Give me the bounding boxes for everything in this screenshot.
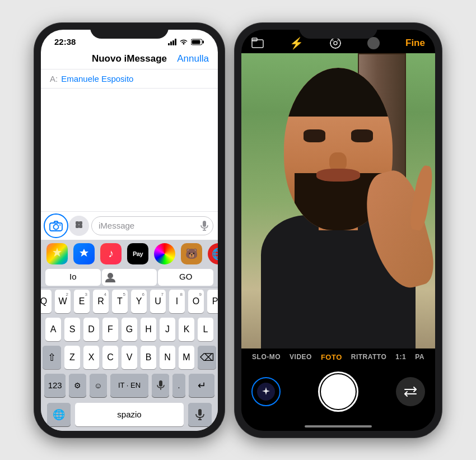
appstore-icon[interactable]	[73, 243, 95, 264]
signal-icon	[168, 39, 176, 45]
key-n[interactable]: N	[160, 346, 175, 369]
live-icon[interactable]	[329, 37, 342, 49]
suggestion-go[interactable]: GO	[158, 269, 213, 286]
shutter-button[interactable]	[318, 371, 358, 412]
svg-line-24	[333, 40, 333, 41]
numbers-key[interactable]: 123	[44, 374, 66, 397]
key-b[interactable]: B	[141, 346, 156, 369]
suggestion-row: Io GO	[41, 268, 218, 287]
effects-button[interactable]	[251, 377, 281, 406]
imessage-header: Nuovo iMessage Annulla	[41, 50, 218, 69]
key-c[interactable]: C	[102, 346, 118, 369]
key-a[interactable]: A	[45, 318, 61, 341]
mode-video[interactable]: VIDEO	[290, 353, 312, 361]
key-y[interactable]: Y6	[131, 290, 147, 313]
key-r[interactable]: R4	[93, 290, 109, 313]
keyboard: Q W2 E3 R4 T5 Y6 U7 I8 O9 P A S D F G H …	[41, 287, 218, 431]
key-m[interactable]: M	[179, 346, 194, 369]
key-o[interactable]: O9	[188, 290, 204, 313]
svg-rect-2	[192, 40, 200, 44]
key-h[interactable]: H	[141, 318, 156, 341]
keyboard-row-2: A S D F G H J K L	[43, 318, 216, 341]
applepay-icon[interactable]: Pay	[127, 243, 148, 264]
key-w[interactable]: W2	[55, 290, 71, 313]
done-button[interactable]: Fine	[405, 38, 425, 49]
key-p[interactable]: P	[207, 290, 218, 313]
shutter-inner	[321, 374, 356, 409]
key-z[interactable]: Z	[64, 346, 80, 369]
space-key[interactable]: spazio	[75, 403, 184, 426]
message-body[interactable]	[41, 89, 218, 211]
globe-key[interactable]: 🌐	[47, 403, 71, 426]
keyboard-bottom-row: 123 ⚙ ☺ IT · EN . ↵	[43, 374, 216, 397]
key-k[interactable]: K	[179, 318, 194, 341]
emoji-key[interactable]: ☺	[90, 374, 107, 397]
photos-app-icon[interactable]	[46, 243, 68, 264]
key-v[interactable]: V	[122, 346, 137, 369]
key-s[interactable]: S	[64, 318, 80, 341]
key-x[interactable]: X	[83, 346, 99, 369]
camera-circle-highlight	[44, 213, 68, 238]
mode-pa[interactable]: PA	[415, 353, 424, 361]
key-j[interactable]: J	[160, 318, 175, 341]
app-drawer: ♪ Pay 🐻 🌐	[41, 240, 218, 268]
suggestion-contact[interactable]	[102, 269, 157, 286]
svg-rect-6	[203, 221, 206, 227]
message-placeholder: iMessage	[99, 221, 134, 230]
cancel-button[interactable]: Annulla	[177, 53, 209, 64]
mic-dictation-key[interactable]	[188, 403, 212, 426]
hdr-icon[interactable]	[367, 37, 380, 49]
camera-viewfinder	[241, 53, 435, 349]
svg-point-23	[334, 41, 337, 45]
backspace-key[interactable]: ⌫	[198, 346, 216, 369]
svg-line-25	[338, 40, 338, 41]
mic-button[interactable]	[200, 221, 208, 231]
wifi-icon	[179, 39, 188, 45]
gear-key[interactable]: ⚙	[69, 374, 86, 397]
mode-ratio[interactable]: 1:1	[395, 353, 406, 361]
period-key[interactable]: .	[172, 374, 185, 397]
flip-camera-button[interactable]	[396, 377, 425, 406]
svg-point-18	[330, 38, 340, 48]
to-contact[interactable]: Emanuele Esposito	[61, 74, 133, 83]
mode-foto-active[interactable]: FOTO	[321, 353, 342, 361]
globe-search-icon[interactable]: 🌐	[208, 243, 218, 264]
message-input[interactable]: iMessage	[91, 216, 213, 235]
home-indicator	[305, 425, 372, 428]
key-u[interactable]: U7	[150, 290, 166, 313]
key-d[interactable]: D	[83, 318, 99, 341]
key-l[interactable]: L	[198, 318, 213, 341]
right-screen: ⚡ Fine	[241, 30, 435, 431]
key-i[interactable]: I8	[169, 290, 185, 313]
key-t[interactable]: T5	[112, 290, 128, 313]
left-eye	[304, 129, 325, 142]
svg-rect-1	[203, 40, 204, 43]
key-e[interactable]: E3	[74, 290, 90, 313]
apps-button[interactable]	[69, 216, 89, 236]
key-q[interactable]: Q	[41, 290, 52, 313]
to-field: A: Emanuele Esposito	[41, 69, 218, 89]
left-phone: 22:38	[34, 23, 225, 438]
dictation-key[interactable]	[152, 374, 169, 397]
left-screen: 22:38	[41, 30, 218, 431]
return-key[interactable]: ↵	[189, 374, 214, 397]
camera-modes: SLO-MO VIDEO FOTO RITRATTO 1:1 PA	[241, 349, 435, 366]
status-icons	[168, 39, 204, 45]
key-f[interactable]: F	[102, 318, 118, 341]
mode-ritratto[interactable]: RITRATTO	[351, 353, 387, 361]
shift-key[interactable]: ⇧	[43, 346, 61, 369]
key-g[interactable]: G	[122, 318, 137, 341]
mode-slomo[interactable]: SLO-MO	[252, 353, 281, 361]
music-icon[interactable]: ♪	[100, 243, 122, 264]
flash-icon[interactable]: ⚡	[290, 36, 304, 50]
bear-icon[interactable]: 🐻	[181, 243, 202, 264]
language-key[interactable]: IT · EN	[110, 374, 149, 397]
keyboard-row-1: Q W2 E3 R4 T5 Y6 U7 I8 O9 P	[43, 290, 216, 313]
fitness-icon[interactable]	[154, 243, 175, 264]
gallery-icon[interactable]	[251, 38, 264, 49]
camera-button-wrap	[45, 215, 67, 236]
keyboard-row-3: ⇧ Z X C V B N M ⌫	[43, 346, 216, 369]
keyboard-last-row: 🌐 spazio	[43, 401, 216, 431]
suggestion-io[interactable]: Io	[45, 269, 101, 286]
left-notch	[90, 23, 169, 39]
